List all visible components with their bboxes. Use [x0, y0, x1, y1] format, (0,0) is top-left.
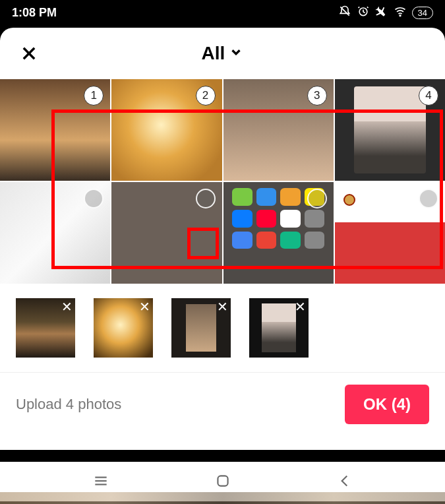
chevron-down-icon: [229, 43, 243, 64]
photo-thumbnail[interactable]: 4: [335, 79, 445, 181]
album-label: All: [202, 43, 225, 64]
dnd-icon: [338, 5, 351, 21]
photo-thumbnail[interactable]: 1: [0, 79, 110, 181]
selection-ring: [196, 189, 216, 208]
wifi-icon: [394, 5, 407, 21]
remove-icon[interactable]: ✕: [293, 299, 307, 314]
svg-rect-8: [218, 476, 227, 486]
status-bar: 1:08 PM 34: [0, 0, 445, 25]
upload-hint: Upload 4 photos: [16, 396, 121, 413]
selection-ring: [419, 189, 438, 208]
back-button[interactable]: [336, 472, 353, 492]
close-button[interactable]: [20, 44, 38, 63]
selection-ring: [84, 189, 104, 208]
picker-header: All: [0, 28, 445, 79]
tray-thumbnail[interactable]: ✕: [249, 298, 309, 358]
decorative-strip: [0, 492, 445, 504]
selection-badge: 4: [419, 86, 438, 106]
picker-footer: Upload 4 photos OK (4): [0, 372, 445, 443]
picker-panel: All 1 2 3 4: [0, 28, 445, 450]
tray-thumbnail[interactable]: ✕: [171, 298, 231, 358]
selection-badge: 3: [307, 86, 327, 106]
album-selector[interactable]: All: [202, 43, 244, 64]
battery-level: 34: [412, 7, 433, 19]
remove-icon[interactable]: ✕: [137, 299, 152, 314]
selected-tray: ✕ ✕ ✕ ✕: [0, 284, 445, 372]
remove-icon[interactable]: ✕: [59, 299, 74, 314]
recents-button[interactable]: [92, 472, 109, 492]
status-time: 1:08 PM: [12, 6, 57, 20]
photo-thumbnail[interactable]: 2: [111, 79, 222, 181]
photo-thumbnail[interactable]: [0, 182, 110, 284]
photo-thumbnail[interactable]: [111, 182, 222, 284]
photo-grid: 1 2 3 4: [0, 79, 445, 284]
ok-button[interactable]: OK (4): [345, 385, 429, 424]
remove-icon[interactable]: ✕: [215, 299, 229, 314]
home-button[interactable]: [214, 472, 231, 492]
photo-thumbnail[interactable]: 3: [223, 79, 334, 181]
tray-thumbnail[interactable]: ✕: [94, 298, 153, 358]
alarm-icon: [357, 5, 370, 21]
photo-thumbnail[interactable]: [223, 182, 334, 284]
photo-thumbnail[interactable]: [335, 182, 445, 284]
selection-badge: 1: [84, 86, 104, 106]
tray-thumbnail[interactable]: ✕: [16, 298, 75, 358]
airplane-icon: [375, 5, 388, 21]
selection-badge: 2: [196, 86, 216, 106]
svg-point-2: [400, 15, 401, 16]
selection-ring: [307, 189, 327, 208]
